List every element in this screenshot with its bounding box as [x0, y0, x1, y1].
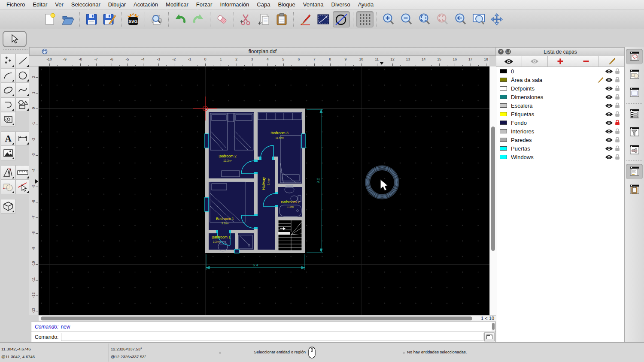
menu-item[interactable]: Ayuda — [358, 1, 374, 8]
paste-button[interactable] — [273, 11, 290, 27]
arc-tool-button[interactable] — [1, 68, 15, 83]
layer-row[interactable]: Windows — [496, 153, 624, 161]
layer-visible-icon[interactable] — [605, 138, 613, 142]
text-tool-button[interactable]: A — [1, 131, 15, 146]
dock-command-line-button[interactable] — [626, 164, 643, 179]
menu-item[interactable]: Ventana — [303, 1, 324, 8]
layer-row[interactable]: 0 — [496, 67, 624, 75]
palette-handle[interactable] — [3, 49, 27, 52]
show-all-layers-button[interactable] — [496, 56, 522, 66]
menu-item[interactable]: Acotación — [134, 1, 158, 8]
command-history-scrollbar[interactable] — [492, 323, 495, 331]
layer-lock-icon[interactable] — [615, 85, 620, 91]
pen-attributes-button[interactable] — [297, 11, 314, 27]
polygon-tool-button[interactable] — [15, 97, 30, 112]
circle-tool-button[interactable] — [15, 68, 30, 83]
layer-visible-icon[interactable] — [605, 146, 613, 151]
menu-item[interactable]: Dibujar — [108, 1, 126, 8]
dock-entity-list-button[interactable] — [626, 106, 643, 122]
select-entity-tool-button[interactable] — [15, 180, 30, 194]
menu-item[interactable]: Forzar — [196, 1, 213, 8]
command-options-button[interactable] — [484, 332, 495, 341]
hatch-tool-button[interactable] — [1, 112, 15, 127]
layer-visible-icon[interactable] — [605, 103, 613, 108]
horizontal-scrollbar[interactable]: 1 < 10 — [39, 315, 496, 321]
ellipse-tool-button[interactable] — [1, 83, 15, 97]
draft-mode-button[interactable] — [333, 11, 350, 27]
construction-tool-button[interactable] — [1, 165, 15, 180]
line-tool-button[interactable] — [15, 54, 30, 68]
layer-row[interactable]: Etiquetas — [496, 110, 624, 118]
print-preview-button[interactable] — [148, 11, 165, 27]
layer-lock-icon[interactable] — [615, 103, 620, 109]
menu-item[interactable]: Capa — [257, 1, 270, 8]
menu-item[interactable]: Ver — [55, 1, 64, 8]
layer-row[interactable]: Fondo — [496, 118, 624, 127]
image-tool-button[interactable] — [1, 146, 15, 160]
layer-visible-icon[interactable] — [605, 129, 613, 134]
redo-button[interactable] — [190, 11, 207, 27]
drawing-window-titlebar[interactable]: floorplan.dxf — [29, 47, 496, 56]
solid-tool-button[interactable] — [1, 199, 15, 214]
layer-visible-icon[interactable] — [605, 78, 613, 82]
vertical-scrollbar-thumb[interactable] — [491, 127, 495, 251]
layer-row[interactable]: Dimensiones — [496, 93, 624, 101]
vertical-scrollbar[interactable] — [489, 66, 496, 315]
layer-visible-icon[interactable] — [605, 155, 613, 160]
layer-lock-icon[interactable] — [615, 154, 620, 160]
export-svg-button[interactable]: SVG — [125, 11, 142, 27]
layer-visible-icon[interactable] — [605, 69, 613, 74]
layer-lock-icon[interactable] — [615, 77, 620, 83]
delete-button[interactable] — [213, 11, 231, 27]
dock-block-list-button[interactable] — [626, 67, 643, 82]
drawing-canvas[interactable]: 6.4 9.2 — [39, 66, 489, 315]
dock-plugin-button[interactable] — [626, 142, 643, 158]
layer-lock-icon[interactable] — [615, 128, 620, 134]
layer-row[interactable]: Defpoints — [496, 84, 624, 93]
layer-visible-icon[interactable] — [605, 86, 613, 91]
layer-visible-icon[interactable] — [605, 112, 613, 117]
layer-lock-icon[interactable] — [615, 68, 620, 74]
cut-button[interactable] — [237, 11, 254, 27]
points-tool-button[interactable] — [1, 54, 15, 68]
measure-tool-button[interactable] — [15, 165, 30, 180]
add-layer-button[interactable] — [548, 56, 574, 66]
layer-row[interactable]: Escalera — [496, 101, 624, 110]
menu-item[interactable]: Bloque — [278, 1, 295, 8]
menu-item[interactable]: Modificar — [166, 1, 188, 8]
layer-lock-icon[interactable] — [615, 120, 620, 126]
zoom-out-button[interactable] — [398, 11, 415, 27]
dimension-tool-button[interactable] — [15, 131, 30, 146]
polyline-tool-button[interactable] — [1, 97, 15, 112]
dock-library-browser-button[interactable] — [626, 85, 643, 100]
layer-row[interactable]: Paredes — [496, 136, 624, 144]
menu-item[interactable]: Diverso — [331, 1, 350, 8]
open-file-button[interactable] — [59, 11, 76, 27]
layer-row[interactable]: Área da sala — [496, 75, 624, 84]
horizontal-scrollbar-thumb[interactable] — [41, 317, 472, 320]
command-input[interactable] — [61, 333, 483, 341]
attributes-button[interactable] — [315, 11, 332, 27]
modify-tool-button[interactable] — [1, 180, 15, 194]
dock-clipboard-button[interactable] — [626, 182, 643, 197]
layer-lock-icon[interactable] — [615, 145, 620, 151]
copy-button[interactable] — [255, 11, 272, 27]
zoom-redraw-button[interactable] — [452, 11, 469, 27]
layer-visible-icon[interactable] — [605, 121, 613, 125]
remove-layer-button[interactable] — [573, 56, 599, 66]
undo-button[interactable] — [172, 11, 189, 27]
zoom-in-button[interactable] — [380, 11, 397, 27]
zoom-window-button[interactable] — [470, 11, 487, 27]
grid-toggle-button[interactable] — [356, 11, 374, 27]
zoom-auto-button[interactable] — [416, 11, 433, 27]
dock-selection-filter-button[interactable] — [626, 124, 643, 140]
zoom-pan-button[interactable] — [488, 11, 505, 27]
save-button[interactable] — [83, 11, 100, 27]
menu-item[interactable]: Información — [220, 1, 249, 8]
layer-row[interactable]: Interiores — [496, 127, 624, 136]
dock-layer-list-button[interactable] — [626, 49, 643, 64]
spline-tool-button[interactable] — [15, 83, 30, 97]
select-tool-button[interactable] — [3, 31, 27, 47]
menu-item[interactable]: Fichero — [6, 1, 25, 8]
layer-visible-icon[interactable] — [605, 95, 613, 100]
